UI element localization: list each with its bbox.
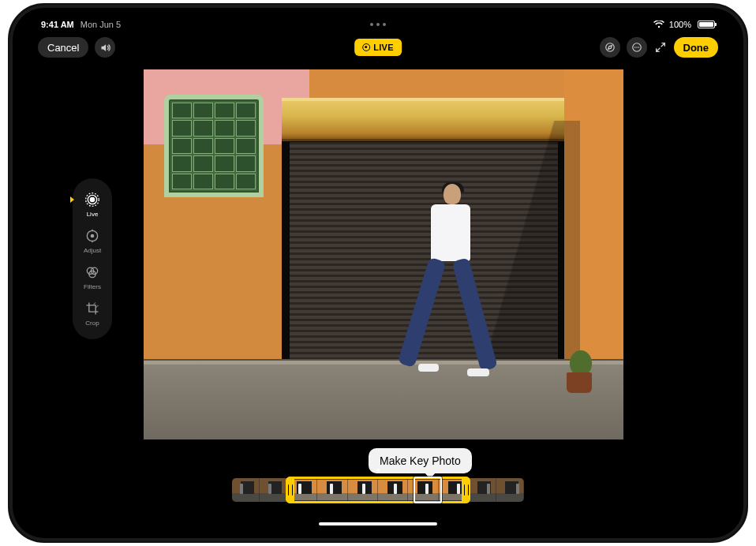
done-button[interactable]: Done (674, 37, 719, 58)
wifi-icon (653, 21, 664, 28)
make-key-photo-button[interactable]: Make Key Photo (369, 448, 472, 473)
status-bar: 9:41 AM Mon Jun 5 100% (30, 16, 726, 33)
svg-point-3 (636, 47, 638, 48)
battery-icon (696, 21, 715, 28)
live-badge-label: LIVE (373, 43, 394, 52)
more-button[interactable] (627, 37, 647, 58)
ipad-frame: 9:41 AM Mon Jun 5 100% Cancel (8, 3, 748, 543)
live-photo-badge[interactable]: LIVE (354, 39, 402, 56)
svg-point-4 (638, 47, 639, 48)
frames-trimmed-left (232, 478, 287, 502)
live-photo-frame-viewer (232, 477, 524, 503)
key-frame-selector[interactable] (414, 477, 442, 503)
person (410, 184, 485, 383)
volume-button[interactable] (95, 37, 115, 58)
edit-toolbar: Cancel LIVE (30, 35, 726, 60)
live-icon (362, 43, 370, 51)
svg-point-5 (90, 197, 94, 201)
status-time: 9:41 AM (41, 20, 74, 29)
tool-crop-label: Crop (85, 320, 99, 327)
status-date: Mon Jun 5 (80, 20, 121, 29)
multitask-indicator[interactable] (370, 23, 386, 26)
cancel-button[interactable]: Cancel (38, 37, 88, 58)
frames-selected-range[interactable] (287, 478, 469, 502)
scrubber-dot-indicator (376, 469, 380, 472)
fullscreen-button[interactable] (653, 40, 668, 54)
svg-point-2 (634, 47, 635, 48)
markup-button[interactable] (600, 37, 620, 58)
home-indicator[interactable] (319, 522, 437, 525)
frames-trimmed-right (469, 478, 524, 502)
tool-adjust-label: Adjust (84, 247, 101, 254)
battery-percent: 100% (669, 20, 691, 29)
tool-filters-label: Filters (84, 283, 101, 290)
edit-tool-rail: Live Adjust Filters Crop (73, 178, 112, 339)
window-grille (164, 95, 264, 197)
status-left: 9:41 AM Mon Jun 5 (41, 20, 121, 29)
adjust-tool-icon (84, 227, 101, 245)
trim-handle-left[interactable] (286, 477, 294, 503)
filters-tool-icon (84, 264, 101, 281)
photo-preview[interactable] (144, 69, 623, 439)
crop-tool-icon (84, 300, 101, 317)
tool-live-label: Live (87, 211, 99, 218)
tool-crop[interactable]: Crop (73, 300, 112, 327)
svg-point-0 (605, 43, 614, 52)
tool-adjust[interactable]: Adjust (73, 227, 112, 254)
svg-point-9 (91, 234, 93, 237)
tool-live[interactable]: Live (73, 191, 112, 218)
screen: 9:41 AM Mon Jun 5 100% Cancel (30, 16, 726, 530)
trim-handle-right[interactable] (462, 477, 470, 503)
live-tool-icon (84, 191, 101, 208)
status-right: 100% (653, 20, 715, 29)
tool-filters[interactable]: Filters (73, 264, 112, 290)
